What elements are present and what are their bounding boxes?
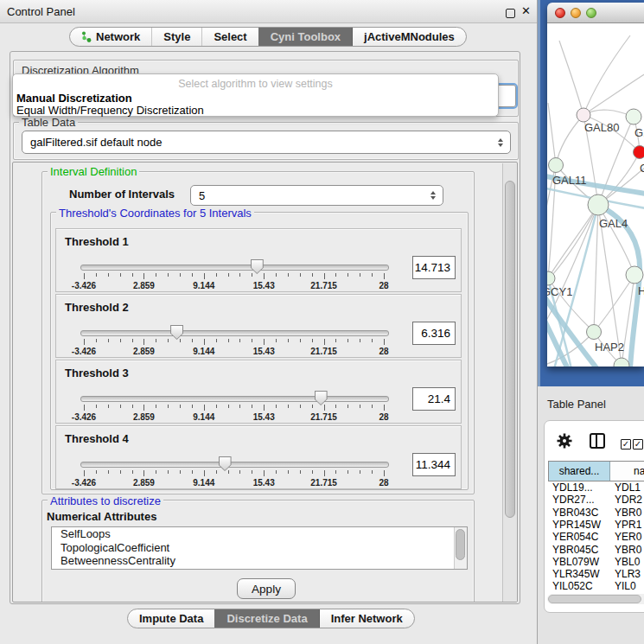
tab-discretize-data[interactable]: Discretize Data [214, 609, 318, 628]
network-edge[interactable] [556, 115, 583, 165]
close-icon[interactable]: ✕ [521, 4, 531, 17]
slider-thumb[interactable] [315, 391, 328, 405]
table-row[interactable]: YIL052CYIL0 [548, 580, 644, 590]
slider-tick [96, 273, 97, 277]
slider-track[interactable] [80, 462, 389, 468]
num-intervals-value: 5 [199, 189, 205, 202]
table-row[interactable]: YDR27...YDR2 [548, 494, 644, 506]
slider-track[interactable] [80, 265, 389, 271]
slider-thumb[interactable] [219, 456, 232, 471]
tab-impute-data[interactable]: Impute Data [128, 609, 214, 628]
table-row[interactable]: YDL19...YDL1 [548, 481, 644, 494]
network-edge[interactable] [559, 41, 583, 115]
table-data-combobox[interactable]: galFiltered.sif default node [22, 131, 511, 154]
attribute-item-betweennesscentrality[interactable]: BetweennessCentrality [52, 554, 467, 568]
node-label: G. [634, 126, 644, 139]
threshold-value-field[interactable]: 6.316 [412, 322, 456, 345]
network-node[interactable] [588, 194, 609, 215]
list-scrollbar[interactable] [454, 527, 467, 569]
minimize-window-icon[interactable] [571, 8, 581, 18]
threshold-value-field[interactable]: 11.344 [412, 453, 456, 476]
network-edge[interactable] [594, 275, 634, 332]
attribute-item-selfloops[interactable]: SelfLoops [52, 527, 467, 541]
slider-tick [360, 405, 360, 408]
slider-tick [216, 405, 217, 408]
network-node[interactable] [626, 109, 641, 124]
slider-tick [156, 273, 156, 277]
close-window-icon[interactable] [555, 8, 565, 18]
slider-track[interactable] [80, 396, 389, 402]
tab-cyni-toolbox[interactable]: Cyni Toolbox [258, 28, 352, 46]
slider-tick [348, 273, 348, 277]
slider-tick [288, 339, 289, 342]
threshold-value-field[interactable]: 14.713 [412, 256, 456, 279]
network-view-window: GAL80G.GAL11GAL4GCY1HHAP2C [547, 3, 644, 367]
slider-tick [312, 273, 313, 277]
slider-tick [216, 273, 217, 277]
column-header-shared[interactable]: shared... [549, 462, 610, 481]
slider-tick [96, 405, 97, 408]
table-row[interactable]: YER054CYER0 [548, 531, 644, 543]
network-edge[interactable] [583, 35, 630, 115]
slider-tick [300, 470, 301, 474]
checkbox-icon[interactable]: ✓ [633, 439, 643, 450]
slider-thumb[interactable] [251, 259, 264, 274]
table-horizontal-scrollbar[interactable] [547, 594, 644, 604]
slider-tick [360, 273, 360, 277]
panel-scrollbar[interactable] [502, 163, 517, 602]
table-header-row: shared...na [548, 461, 644, 481]
slider-tick [132, 405, 133, 408]
tab-select[interactable]: Select [201, 28, 258, 46]
network-edge[interactable] [548, 205, 598, 278]
tab-infer-network[interactable]: Infer Network [319, 609, 414, 628]
threshold-value-field[interactable]: 21.4 [412, 387, 456, 411]
bottom-tab-bar: Impute DataDiscretize DataInfer Network [127, 609, 415, 628]
slider-tick [300, 405, 301, 408]
slider-tick [264, 470, 265, 476]
numerical-attributes-list[interactable]: SelfLoopsTopologicalCoefficientBetweenne… [51, 526, 468, 570]
column-header-na[interactable]: na [610, 462, 644, 481]
checkbox-icon[interactable]: ✓ [621, 439, 631, 450]
float-icon[interactable] [506, 9, 515, 18]
panel-scrollbar-thumb[interactable] [505, 181, 515, 518]
tab-jactivemnodules[interactable]: jActiveMNodules [352, 28, 466, 46]
network-node[interactable] [577, 108, 590, 122]
tab-style[interactable]: Style [151, 28, 201, 46]
list-scrollbar-thumb[interactable] [456, 529, 465, 560]
network-node[interactable] [614, 358, 629, 367]
algorithm-option-manual-discretization[interactable]: Manual Discretization [16, 92, 132, 105]
slider-tick [180, 470, 181, 474]
table-row[interactable]: YBR043CYBR0 [548, 507, 644, 519]
table-row[interactable]: YBL079WYBL0 [548, 556, 644, 568]
table-row[interactable]: YLR345WYLR3 [548, 568, 644, 580]
network-edge[interactable] [594, 205, 598, 332]
gear-icon[interactable] [557, 433, 572, 449]
network-node[interactable] [626, 266, 643, 284]
slider-tick [372, 470, 373, 474]
num-intervals-combobox[interactable]: 5 [190, 185, 443, 206]
network-node[interactable] [634, 146, 644, 159]
algorithm-option-equal-width-frequency-discretization[interactable]: Equal Width/Frequency Discretization [16, 104, 204, 117]
slider-tick-label: -3.426 [72, 281, 96, 290]
network-edge[interactable] [548, 103, 556, 165]
slider-tick [168, 470, 169, 474]
table-scrollbar-thumb[interactable] [548, 595, 641, 603]
slider-tick-label: 9.144 [193, 412, 214, 422]
attribute-item-topologicalcoefficient[interactable]: TopologicalCoefficient [52, 541, 467, 555]
slider-tick [335, 405, 336, 408]
slider-tick [228, 339, 229, 342]
split-columns-icon[interactable] [590, 433, 605, 449]
tab-network[interactable]: Network [70, 28, 151, 46]
network-canvas[interactable]: GAL80G.GAL11GAL4GCY1HHAP2C [547, 23, 644, 367]
network-icon [81, 31, 92, 42]
slider-thumb[interactable] [170, 325, 183, 340]
network-node[interactable] [587, 325, 602, 340]
threshold-label: Threshold 3 [65, 367, 129, 379]
slider-track[interactable] [80, 330, 389, 336]
table-row[interactable]: YPR145WYPR1 [548, 519, 644, 531]
slider-tick-label: -3.426 [72, 478, 96, 488]
network-node[interactable] [549, 158, 564, 173]
table-row[interactable]: YBR045CYBR0 [548, 544, 644, 556]
zoom-window-icon[interactable] [586, 8, 596, 18]
apply-button[interactable]: Apply [237, 578, 296, 599]
